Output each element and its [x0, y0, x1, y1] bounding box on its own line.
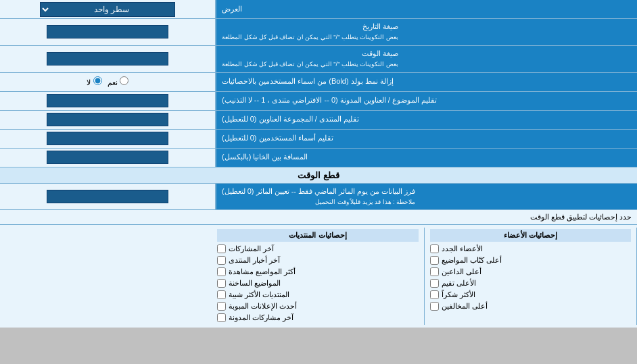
bold-radio-group: نعم لا [87, 76, 128, 87]
checkbox-most-viewed: أكثر المواضيع مشاهدة [217, 266, 418, 278]
bold-label: إزالة نمط بولد (Bold) من اسماء المستخدمي… [216, 73, 637, 91]
forum-trim-input-cell: 33 [0, 111, 216, 129]
topics-trim-row: تقليم الموضوع / العناوين المدونة (0 -- ا… [0, 92, 637, 111]
topics-trim-label: تقليم الموضوع / العناوين المدونة (0 -- ا… [216, 92, 637, 110]
col-forums: إحصائيات المنتديات آخر المشاركات آخر أخب… [212, 228, 424, 325]
checkbox-most-viewed-input[interactable] [217, 267, 226, 276]
users-trim-input-cell: 0 [0, 130, 216, 148]
checkbox-most-thanks-input[interactable] [430, 290, 439, 299]
spacing-label: المسافة بين الخانيا (بالبكسل) [216, 149, 637, 167]
bold-no-radio[interactable] [93, 76, 102, 85]
cutoff-input[interactable]: 0 [47, 190, 168, 203]
bold-yes-label: نعم [108, 76, 128, 87]
cutoff-section-header: قطع الوقت [0, 167, 637, 184]
users-trim-input[interactable]: 0 [47, 132, 168, 145]
date-format-input[interactable]: d-m [47, 25, 168, 38]
spacing-input[interactable]: 2 [47, 151, 168, 164]
checkbox-top-rated: الأعلى تقيم [430, 278, 631, 289]
cutoff-row: فرز البيانات من يوم الماثر الماضي فقط --… [0, 184, 637, 211]
cutoff-label: فرز البيانات من يوم الماثر الماضي فقط --… [216, 184, 637, 210]
checkbox-top-violators-input[interactable] [430, 302, 439, 311]
forum-trim-row: تقليم المنتدى / المجموعة العناوين (0 للت… [0, 111, 637, 130]
time-format-input[interactable]: H:i [47, 52, 168, 66]
main-container: العرض سطر واحدسطرانثلاثة أسطر صيغة التار… [0, 0, 637, 328]
ard-select[interactable]: سطر واحدسطرانثلاثة أسطر [40, 2, 175, 17]
date-format-label: صيغة التاريخبعض التكوينات يتطلب "/" التي… [216, 19, 637, 45]
checkbox-top-violators: أعلى المخالفين [430, 301, 631, 312]
topics-trim-input[interactable]: 33 [47, 94, 168, 107]
topics-trim-input-cell: 33 [0, 92, 216, 110]
checkbox-most-thanks: الأكثر شكراً [430, 289, 631, 301]
time-format-row: صيغة الوقتبعض التكوينات يتطلب "/" التي ي… [0, 46, 637, 73]
checkbox-hot-topics-input[interactable] [217, 279, 226, 288]
checkbox-most-similar: المنتديات الأكثر شبية [217, 289, 418, 301]
bold-no-label: لا [87, 76, 101, 87]
checkbox-most-similar-input[interactable] [217, 290, 226, 299]
spacing-input-cell: 2 [0, 149, 216, 167]
bottom-header: حدد إحصائيات لتطبيق قطع الوقت [0, 210, 637, 225]
users-trim-row: تقليم أسماء المستخدمين (0 للتعطيل) 0 [0, 130, 637, 149]
date-format-input-cell: d-m [0, 19, 216, 45]
checkbox-last-posts: آخر المشاركات [217, 243, 418, 255]
bold-input-cell: نعم لا [0, 73, 216, 91]
checkbox-blog-posts-input[interactable] [217, 313, 226, 322]
spacing-row: المسافة بين الخانيا (بالبكسل) 2 [0, 149, 637, 167]
ard-input-cell: سطر واحدسطرانثلاثة أسطر [0, 0, 216, 18]
checkbox-top-writers-input[interactable] [430, 256, 439, 265]
col-forums-header: إحصائيات المنتديات [217, 229, 418, 242]
bold-yes-radio[interactable] [120, 76, 128, 85]
checkbox-hot-topics: المواضيع الساخنة [217, 278, 418, 289]
checkbox-columns: إحصائيات الأعضاء الأعضاء الجدد أعلى كتّا… [0, 225, 637, 328]
checkbox-latest-ads: أحدث الإعلانات المبوبة [217, 301, 418, 312]
checkbox-forum-news-input[interactable] [217, 256, 226, 265]
checkbox-new-members-input[interactable] [430, 244, 439, 253]
checkbox-forum-news: آخر أخبار المنتدى [217, 255, 418, 266]
col-members-header: إحصائيات الأعضاء [430, 229, 631, 242]
time-format-label: صيغة الوقتبعض التكوينات يتطلب "/" التي ي… [216, 46, 637, 72]
checkbox-top-rated-input[interactable] [430, 279, 439, 288]
checkbox-top-writers: أعلى كتّاب المواضيع [430, 255, 631, 266]
ard-row: العرض سطر واحدسطرانثلاثة أسطر [0, 0, 637, 19]
checkbox-latest-ads-input[interactable] [217, 302, 226, 311]
bottom-header-label: حدد إحصائيات لتطبيق قطع الوقت [5, 213, 632, 222]
forum-trim-label: تقليم المنتدى / المجموعة العناوين (0 للت… [216, 111, 637, 129]
time-format-input-cell: H:i [0, 46, 216, 72]
date-format-row: صيغة التاريخبعض التكوينات يتطلب "/" التي… [0, 19, 637, 46]
forum-trim-input[interactable]: 33 [47, 113, 168, 126]
checkbox-top-inviters: أعلى الداعين [430, 266, 631, 278]
col-members: إحصائيات الأعضاء الأعضاء الجدد أعلى كتّا… [425, 228, 637, 325]
cutoff-input-cell: 0 [0, 184, 216, 210]
checkbox-new-members: الأعضاء الجدد [430, 243, 631, 255]
checkbox-top-inviters-input[interactable] [430, 267, 439, 276]
col-empty [0, 228, 212, 325]
checkbox-last-posts-input[interactable] [217, 244, 226, 253]
ard-label: العرض [216, 0, 637, 18]
bold-row: إزالة نمط بولد (Bold) من اسماء المستخدمي… [0, 73, 637, 92]
checkbox-blog-posts: آخر مشاركات المدونة [217, 312, 418, 323]
users-trim-label: تقليم أسماء المستخدمين (0 للتعطيل) [216, 130, 637, 148]
